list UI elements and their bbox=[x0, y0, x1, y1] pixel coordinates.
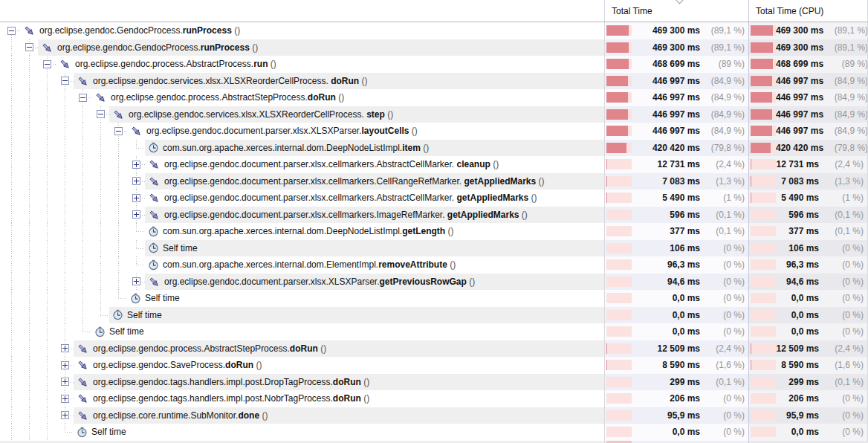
tree-row[interactable]: org.eclipse.gendoc.services.xlsx.XLSXReo… bbox=[0, 106, 868, 123]
tree-guide-line bbox=[20, 390, 38, 407]
tree-guide-line bbox=[20, 223, 38, 240]
tree-connector bbox=[109, 290, 127, 307]
tree-guide-line bbox=[2, 374, 20, 391]
package-name: org.eclipse.gendoc.GendocProcess. bbox=[57, 42, 201, 53]
tree-row[interactable]: org.eclipse.core.runtime.SubMonitor.done… bbox=[0, 407, 868, 424]
tree-guide-line bbox=[2, 73, 20, 90]
tree-row[interactable]: org.eclipse.gendoc.GendocProcess.runProc… bbox=[0, 22, 868, 39]
time-bar bbox=[606, 143, 632, 153]
package-name: org.eclipse.gendoc.document.parser.xlsx.… bbox=[164, 277, 380, 287]
tree-row[interactable]: org.eclipse.gendoc.process.AbstractProce… bbox=[0, 56, 868, 73]
package-name: org.eclipse.gendoc.tags.handlers.impl.po… bbox=[93, 377, 333, 387]
method-icon bbox=[148, 192, 161, 204]
tree-row[interactable]: org.eclipse.gendoc.document.parser.xlsx.… bbox=[0, 123, 868, 140]
time-percent: (84,9 %) bbox=[823, 73, 868, 90]
tree-guide-line bbox=[2, 156, 20, 173]
tree-guide-line bbox=[136, 223, 137, 231]
tree-row[interactable]: org.eclipse.gendoc.tags.handlers.impl.po… bbox=[0, 374, 868, 391]
tree-row[interactable]: com.sun.org.apache.xerces.internal.dom.E… bbox=[0, 256, 868, 274]
time-bar bbox=[751, 92, 776, 103]
tree-guide-line bbox=[38, 424, 56, 441]
column-header-total-time-cpu[interactable]: Total Time (CPU) bbox=[748, 0, 868, 22]
time-value: 299 ms bbox=[776, 374, 819, 391]
time-value: 0,0 ms bbox=[776, 290, 819, 307]
column-header-method[interactable] bbox=[0, 0, 604, 22]
expand-toggle[interactable] bbox=[132, 194, 140, 202]
time-bar bbox=[751, 59, 776, 69]
tree-row[interactable]: org.eclipse.gendoc.document.parser.xlsx.… bbox=[0, 156, 868, 173]
time-value: 446 997 ms bbox=[632, 123, 700, 140]
expand-toggle[interactable] bbox=[61, 395, 69, 403]
collapse-toggle[interactable] bbox=[7, 27, 16, 35]
method-icon bbox=[130, 125, 143, 137]
tree-row-content: org.eclipse.gendoc.tags.handlers.impl.po… bbox=[74, 390, 604, 407]
package-name: org.eclipse.gendoc.services.xlsx.XLSXReo… bbox=[129, 109, 366, 120]
method-cell: org.eclipse.gendoc.process.AbstractStepP… bbox=[0, 340, 604, 358]
time-bar bbox=[751, 360, 776, 370]
expand-toggle[interactable] bbox=[132, 277, 140, 285]
tree-row[interactable]: Self time0,0 ms(0 %)0,0 ms(0 %) bbox=[0, 424, 868, 441]
expand-toggle[interactable] bbox=[61, 411, 69, 419]
package-name: org.eclipse.gendoc.process.AbstractStepP… bbox=[93, 343, 290, 354]
time-percent: (0 %) bbox=[819, 390, 867, 407]
tree-row[interactable]: org.eclipse.gendoc.tags.handlers.impl.po… bbox=[0, 390, 868, 407]
method-icon bbox=[77, 75, 89, 87]
cpu-time-cell: 0,0 ms(0 %) bbox=[748, 424, 868, 441]
collapse-toggle[interactable] bbox=[114, 127, 123, 135]
collapse-toggle[interactable] bbox=[79, 94, 87, 102]
collapse-toggle[interactable] bbox=[97, 110, 105, 118]
package-name: org.eclipse.core.runtime.SubMonitor. bbox=[93, 410, 238, 421]
expand-toggle[interactable] bbox=[132, 210, 140, 219]
expand-toggle[interactable] bbox=[132, 177, 140, 185]
tree-guide-line bbox=[136, 140, 137, 148]
tree-row[interactable]: Self time0,0 ms(0 %)0,0 ms(0 %) bbox=[0, 290, 868, 307]
column-header-total-time[interactable]: Total Time bbox=[604, 0, 748, 22]
tree-guide-line bbox=[38, 256, 56, 274]
time-percent: (0,1 %) bbox=[819, 374, 867, 391]
time-bar bbox=[606, 42, 632, 53]
tree-guide-line bbox=[109, 190, 127, 207]
collapse-toggle[interactable] bbox=[25, 43, 33, 51]
tree-row[interactable]: org.eclipse.gendoc.document.parser.xlsx.… bbox=[0, 190, 868, 207]
tree-row[interactable]: org.eclipse.gendoc.document.parser.xlsx.… bbox=[0, 173, 868, 190]
expand-toggle[interactable] bbox=[132, 161, 140, 169]
tree-row[interactable]: org.eclipse.gendoc.document.parser.xlsx.… bbox=[0, 207, 868, 224]
method-parens: () bbox=[232, 25, 240, 36]
tree-row[interactable]: org.eclipse.gendoc.SaveProcess.doRun ()8… bbox=[0, 357, 868, 374]
tree-row[interactable]: org.eclipse.gendoc.GendocProcess.runProc… bbox=[0, 39, 868, 56]
expand-toggle[interactable] bbox=[61, 361, 69, 369]
tree-guide-line bbox=[56, 323, 74, 340]
tree-guide-line bbox=[74, 140, 91, 157]
total-time-cell: 94,6 ms(0 %) bbox=[604, 274, 748, 291]
tree-row[interactable]: org.eclipse.gendoc.services.xlsx.XLSXReo… bbox=[0, 73, 868, 90]
expand-toggle[interactable] bbox=[61, 344, 69, 352]
tree-guide-line bbox=[2, 173, 20, 190]
tree-row[interactable]: Self time106 ms(0 %)106 ms(0 %) bbox=[0, 240, 868, 257]
cpu-time-cell: 106 ms(0 %) bbox=[748, 240, 868, 257]
tree-guide-line bbox=[91, 290, 109, 307]
time-bar-fill bbox=[606, 109, 628, 120]
tree-guide-line bbox=[20, 256, 38, 274]
tree-row[interactable]: Self time0,0 ms(0 %)0,0 ms(0 %) bbox=[0, 307, 868, 324]
tree-row[interactable]: com.sun.org.apache.xerces.internal.dom.D… bbox=[0, 223, 868, 240]
method-name: doRun bbox=[333, 377, 361, 387]
tree-connector bbox=[56, 340, 74, 358]
tree-guide-line bbox=[20, 123, 38, 140]
time-bar-fill bbox=[751, 159, 751, 169]
tree-guide-line bbox=[56, 123, 74, 140]
method-cell: org.eclipse.gendoc.services.xlsx.XLSXReo… bbox=[0, 106, 604, 123]
tree-row[interactable]: org.eclipse.gendoc.process.AbstractStepP… bbox=[0, 340, 868, 358]
time-percent: (1,3 %) bbox=[819, 173, 867, 190]
method-icon bbox=[148, 175, 161, 187]
cpu-time-cell: 0,0 ms(0 %) bbox=[748, 290, 868, 307]
tree-row[interactable]: org.eclipse.gendoc.process.AbstractStepP… bbox=[0, 89, 868, 106]
tree-row[interactable]: org.eclipse.gendoc.document.parser.xlsx.… bbox=[0, 274, 868, 291]
time-value: 95,9 ms bbox=[776, 407, 819, 424]
tree-row[interactable]: Self time0,0 ms(0 %)0,0 ms(0 %) bbox=[0, 323, 868, 340]
time-value: 12 509 ms bbox=[632, 340, 700, 358]
collapse-toggle[interactable] bbox=[43, 60, 51, 68]
tree-row[interactable]: com.sun.org.apache.xerces.internal.dom.D… bbox=[0, 140, 868, 157]
collapse-toggle[interactable] bbox=[61, 77, 69, 85]
expand-toggle[interactable] bbox=[61, 378, 69, 386]
tree-connector bbox=[91, 106, 109, 123]
